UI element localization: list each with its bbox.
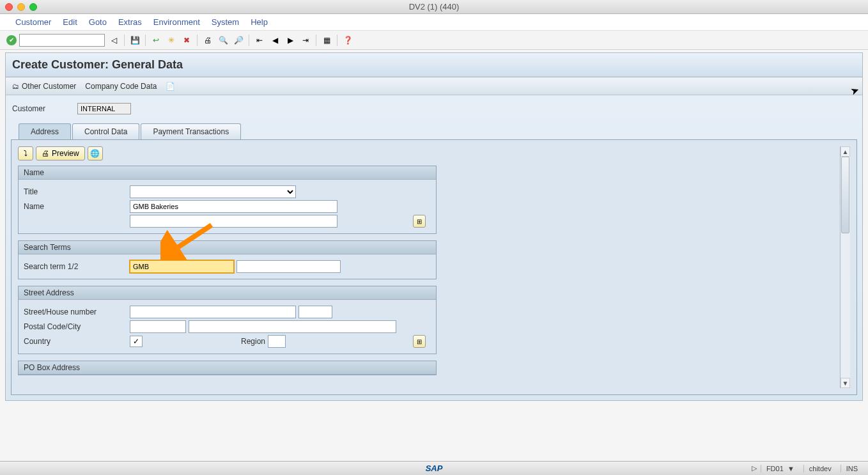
page-panel: Create Customer: General Data 🗂Other Cus… <box>5 52 863 401</box>
command-field[interactable] <box>19 34 105 47</box>
expand-name-button[interactable]: ⊞ <box>413 215 426 228</box>
international-button[interactable]: 🌐 <box>88 146 103 160</box>
group-street-header: Street Address <box>19 286 436 300</box>
prev-page-icon[interactable]: ◀ <box>268 34 281 47</box>
expand-icon: ⤵ <box>24 149 27 158</box>
company-code-button[interactable]: Company Code Data <box>85 82 157 91</box>
country-label: Country <box>24 337 127 346</box>
scroll-up-button[interactable]: ▲ <box>841 146 850 157</box>
menu-edit[interactable]: Edit <box>63 17 77 27</box>
search-term-label: Search term 1/2 <box>24 262 127 271</box>
title-dropdown[interactable] <box>130 185 296 198</box>
street-label: Street/House number <box>24 308 127 316</box>
menu-help[interactable]: Help <box>251 17 268 27</box>
maximize-window[interactable] <box>29 3 37 11</box>
scroll-down-button[interactable]: ▼ <box>841 378 850 388</box>
expand-all-button[interactable]: ⤵ <box>18 146 33 160</box>
cancel-icon[interactable]: ✖ <box>180 34 193 47</box>
window-controls <box>5 3 37 11</box>
tab-content: ⤵ 🖨Preview 🌐 Name Title Name <box>11 139 857 395</box>
doc-icon[interactable]: 📄 <box>166 82 175 91</box>
page-title: Create Customer: General Data <box>6 53 862 77</box>
group-search-header: Search Terms <box>19 241 436 254</box>
preview-label: Preview <box>52 149 79 158</box>
separator <box>249 35 249 46</box>
customer-label: Customer <box>12 104 45 113</box>
region-label: Region <box>241 337 265 346</box>
group-street-address: Street Address Street/House number Posta… <box>18 286 437 354</box>
menubar: Customer Edit Goto Extras Environment Sy… <box>0 14 868 31</box>
menu-customer[interactable]: Customer <box>15 17 51 27</box>
new-session-icon[interactable]: ▦ <box>320 34 333 47</box>
group-pobox-header: PO Box Address <box>19 361 436 375</box>
content-toolbar: ⤵ 🖨Preview 🌐 <box>18 146 840 160</box>
tabstrip: Address Control Data Payment Transaction… <box>19 123 862 139</box>
globe-icon: 🌐 <box>90 149 100 158</box>
exit-icon[interactable]: ✳ <box>165 34 178 47</box>
house-number-input[interactable] <box>298 306 332 318</box>
print-icon: 🖨 <box>42 149 49 158</box>
customer-field: INTERNAL <box>77 103 131 114</box>
name-label: Name <box>24 202 127 211</box>
separator <box>145 35 146 46</box>
header-area: Customer INTERNAL <box>6 95 862 117</box>
nav-prev-icon[interactable]: ◁ <box>107 34 120 47</box>
search-term2-input[interactable] <box>236 260 341 273</box>
system-toolbar: ✔ ◁ 💾 ↩ ✳ ✖ 🖨 🔍 🔎 ⇤ ◀ ▶ ⇥ ▦ ❓ <box>0 31 868 50</box>
title-label: Title <box>24 187 127 196</box>
titlebar: DV2 (1) (440) <box>0 0 868 14</box>
back-icon[interactable]: ↩ <box>150 34 162 47</box>
last-page-icon[interactable]: ⇥ <box>299 34 312 47</box>
vertical-scrollbar[interactable]: ▲ ▼ <box>840 146 850 388</box>
name-input[interactable] <box>130 200 337 213</box>
print-icon[interactable]: 🖨 <box>201 34 214 47</box>
group-search-terms: Search Terms Search term 1/2 <box>18 240 437 279</box>
tab-control-data[interactable]: Control Data <box>72 123 139 139</box>
find-next-icon[interactable]: 🔎 <box>232 34 245 47</box>
first-page-icon[interactable]: ⇤ <box>253 34 266 47</box>
group-name: Name Title Name ⊞ <box>18 166 437 234</box>
name2-input[interactable] <box>130 215 337 228</box>
menu-goto[interactable]: Goto <box>89 17 107 27</box>
separator <box>316 35 316 46</box>
group-pobox: PO Box Address <box>18 361 437 375</box>
save-icon[interactable]: 💾 <box>128 34 141 47</box>
menu-extras[interactable]: Extras <box>118 17 142 27</box>
tab-payment-transactions[interactable]: Payment Transactions <box>141 123 241 139</box>
find-icon[interactable]: 🔍 <box>217 34 229 47</box>
street-input[interactable] <box>130 306 296 318</box>
expand-street-button[interactable]: ⊞ <box>413 335 426 348</box>
tab-address[interactable]: Address <box>19 123 71 139</box>
group-name-header: Name <box>19 166 436 180</box>
enter-icon[interactable]: ✔ <box>6 35 17 45</box>
window-title: DV2 (1) (440) <box>409 2 460 12</box>
region-input[interactable] <box>268 335 286 348</box>
menu-environment[interactable]: Environment <box>153 17 200 27</box>
postal-code-input[interactable] <box>130 320 186 333</box>
app-toolbar: 🗂Other Customer Company Code Data 📄 ➤ <box>6 77 862 95</box>
next-page-icon[interactable]: ▶ <box>284 34 297 47</box>
menu-system[interactable]: System <box>212 17 239 27</box>
help-icon[interactable]: ❓ <box>341 34 354 47</box>
preview-button[interactable]: 🖨Preview <box>36 146 85 160</box>
separator <box>197 35 198 46</box>
close-window[interactable] <box>5 3 13 11</box>
scroll-thumb[interactable] <box>841 157 849 233</box>
minimize-window[interactable] <box>17 3 25 11</box>
city-input[interactable] <box>189 320 396 333</box>
tree-icon: 🗂 <box>12 82 19 90</box>
other-customer-button[interactable]: 🗂Other Customer <box>12 82 76 91</box>
separator <box>124 35 125 46</box>
search-term1-input[interactable] <box>130 260 234 273</box>
postal-label: Postal Code/City <box>24 322 127 331</box>
separator <box>337 35 337 46</box>
country-required-indicator: ✓ <box>130 336 143 347</box>
